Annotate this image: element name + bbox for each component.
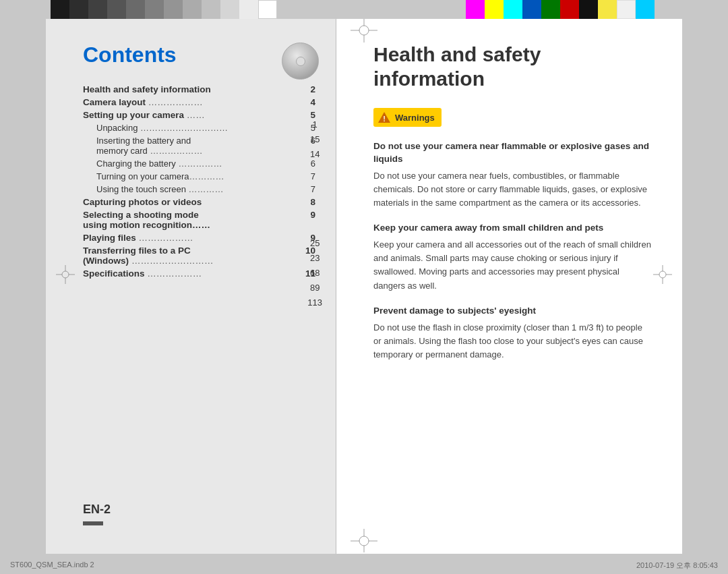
swatch-gray3	[145, 0, 164, 19]
swatch-red	[560, 0, 579, 19]
swatch-black	[51, 0, 69, 19]
hs-section-3-body: Do not use the flash in close proximity …	[373, 321, 652, 362]
swatch-black2	[579, 0, 598, 19]
svg-point-13	[359, 536, 369, 546]
toc-text: Setting up your camera ……	[83, 110, 292, 120]
toc-text: Selecting a shooting modeusing motion re…	[83, 210, 292, 230]
toc-page: 2	[295, 84, 315, 94]
toc-item-touchscreen: Using the touch screen ………… 7	[83, 184, 315, 194]
pn-3: 14	[310, 146, 320, 161]
toc-item-health: Health and safety information 2	[83, 84, 315, 94]
toc-item-transfer: Transferring files to a PC(Windows) ……………	[83, 246, 315, 266]
toc-item-specs: Specifications ……………… 11	[83, 268, 315, 279]
toc-item-camera-layout: Camera layout ……………… 4	[83, 97, 315, 107]
pn-11: 89	[310, 280, 320, 295]
swatch-gray1	[107, 0, 126, 19]
pn-12: 113	[307, 295, 322, 310]
swatch-lightyellow	[598, 0, 617, 19]
en-footer: EN-2	[83, 503, 111, 517]
cd-icon	[282, 42, 319, 80]
toc-text: Capturing photos or videos	[83, 197, 292, 207]
warning-label: Warnings	[395, 113, 435, 123]
hs-section-2-body: Keep your camera and all accessories out…	[373, 238, 652, 293]
pn-9: 23	[310, 250, 320, 265]
bottom-crosshair	[351, 529, 377, 555]
swatch-gray6	[202, 0, 220, 19]
svg-text:!: !	[383, 115, 386, 123]
bottom-footer: ST600_QSM_SEA.indb 2 2010-07-19 오후 8:05:…	[0, 561, 728, 571]
swatch-gray2	[126, 0, 145, 19]
toc-text: Unpacking …………………………	[96, 123, 292, 133]
left-crosshair	[56, 265, 75, 287]
en-bar	[83, 521, 103, 525]
right-page: Health and safety information ! Warnings…	[336, 19, 682, 554]
svg-point-10	[659, 271, 666, 278]
swatch-cyan	[504, 0, 522, 19]
swatch-magenta	[466, 0, 485, 19]
toc-item-charging: Charging the battery …………… 6	[83, 159, 315, 169]
toc-item-shooting: Selecting a shooting modeusing motion re…	[83, 210, 315, 230]
toc-item-playing: Playing files ……………… 9	[83, 233, 315, 243]
swatch-yellow	[485, 0, 504, 19]
toc-page: 4	[295, 97, 315, 107]
pn-1: 1	[313, 117, 317, 132]
swatch-lightblue	[636, 0, 655, 19]
toc-item-poweron: Turning on your camera………… 7	[83, 171, 315, 181]
toc-text: Camera layout ………………	[83, 97, 292, 107]
hs-section-2: Keep your camera away from small childre…	[373, 222, 652, 292]
swatch-gray4	[164, 0, 183, 19]
swatch-dark1	[69, 0, 88, 19]
toc-item-capturing: Capturing photos or videos 8	[83, 197, 315, 207]
toc-item-unpacking: Unpacking ………………………… 5	[83, 123, 315, 133]
color-bars-right	[466, 0, 655, 19]
page-numbers-column: 1 15 14 25 23 68 89 113	[307, 117, 322, 310]
swatch-green	[541, 0, 560, 19]
warning-badge: ! Warnings	[373, 108, 442, 127]
warning-icon: !	[377, 111, 391, 124]
toc-text: Playing files ………………	[83, 233, 292, 243]
toc-text: Inserting the battery andmemory card …………	[96, 136, 292, 156]
footer-filename: ST600_QSM_SEA.indb 2	[10, 561, 94, 571]
toc-item-battery: Inserting the battery andmemory card …………	[83, 136, 315, 156]
grayscale-bars	[51, 0, 277, 19]
hs-title: Health and safety information	[373, 42, 652, 91]
toc-list: Health and safety information 2 Camera l…	[83, 84, 315, 279]
hs-section-2-title: Keep your camera away from small childre…	[373, 222, 652, 235]
hs-section-1-title: Do not use your camera near flammable or…	[373, 140, 652, 166]
hs-section-1-body: Do not use your camera near fuels, combu…	[373, 169, 652, 210]
toc-text: Health and safety information	[83, 84, 292, 94]
pn-2: 15	[310, 132, 320, 146]
hs-section-3-title: Prevent damage to subjects' eyesight	[373, 305, 652, 318]
pn-8: 25	[310, 235, 320, 250]
hs-section-1: Do not use your camera near flammable or…	[373, 140, 652, 210]
footer-date: 2010-07-19 오후 8:05:43	[636, 561, 718, 571]
left-page: Contents Health and safety information 2…	[46, 19, 336, 554]
svg-point-5	[62, 271, 69, 278]
swatch-gray7	[220, 0, 239, 19]
swatch-white	[258, 0, 277, 19]
swatch-lightgray	[617, 0, 636, 19]
toc-text: Using the touch screen …………	[96, 184, 292, 194]
toc-item-setup: Setting up your camera …… 5	[83, 110, 315, 120]
hs-section-3: Prevent damage to subjects' eyesight Do …	[373, 305, 652, 362]
toc-text: Specifications ………………	[83, 268, 292, 279]
contents-title: Contents	[83, 42, 315, 67]
toc-text: Turning on your camera…………	[96, 171, 292, 181]
page-container: Contents Health and safety information 2…	[46, 19, 682, 554]
right-crosshair	[653, 265, 672, 287]
svg-point-2	[359, 26, 369, 35]
color-bars	[0, 0, 728, 19]
swatch-gray5	[183, 0, 202, 19]
toc-text: Transferring files to a PC(Windows) ……………	[83, 246, 292, 266]
pn-10: 68	[310, 265, 320, 280]
top-crosshair	[351, 19, 377, 42]
swatch-blue	[522, 0, 541, 19]
swatch-gray8	[239, 0, 258, 19]
toc-text: Charging the battery ……………	[96, 159, 292, 169]
swatch-dark2	[88, 0, 107, 19]
